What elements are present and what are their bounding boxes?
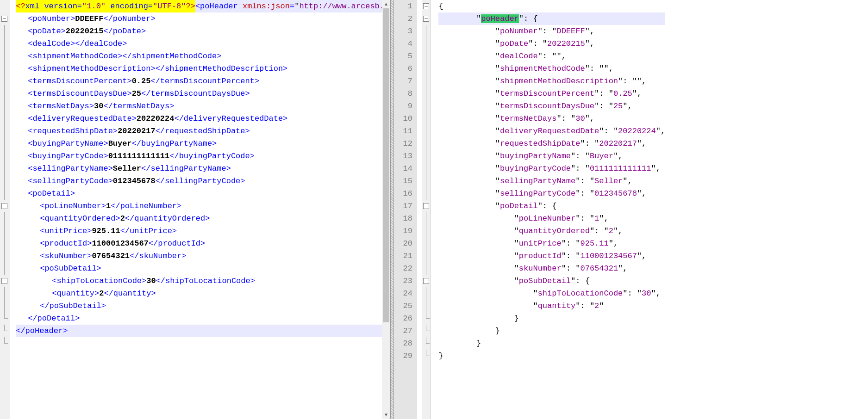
code-line[interactable]: <sellingPartyCode>012345678</sellingPart… <box>16 175 390 187</box>
code-line[interactable]: "termsNetDays": "30", <box>438 112 665 125</box>
line-number: 26 <box>394 312 417 325</box>
code-line[interactable]: <buyingPartyCode>0111111111111</buyingPa… <box>16 150 390 162</box>
code-line[interactable]: <productId>110001234567</productId> <box>16 237 390 250</box>
scroll-down-icon[interactable]: ▼ <box>382 411 390 419</box>
code-line[interactable]: <shipToLocationCode>30</shipToLocationCo… <box>16 275 390 287</box>
line-number: 19 <box>394 225 417 237</box>
code-line[interactable]: "shipmentMethodDescription": "", <box>438 75 665 87</box>
line-number: 23 <box>394 275 417 287</box>
fold-toggle-icon[interactable] <box>1 16 7 22</box>
code-line[interactable]: "requestedShipDate": "20220217", <box>438 137 665 150</box>
line-number: 1 <box>394 0 417 12</box>
code-line[interactable]: <poNumber>DDEEFF</poNumber> <box>16 12 390 25</box>
scroll-up-icon[interactable]: ▲ <box>382 0 390 8</box>
code-line[interactable]: <skuNumber>07654321</skuNumber> <box>16 250 390 262</box>
line-number: 10 <box>394 112 417 125</box>
line-number: 25 <box>394 300 417 312</box>
line-number: 2 <box>394 12 417 25</box>
code-line[interactable]: "quantity": "2" <box>438 300 665 312</box>
code-line[interactable]: <shipmentMethodDescription></shipmentMet… <box>16 62 390 75</box>
scroll-track[interactable] <box>382 8 390 411</box>
code-line[interactable]: "productId": "110001234567", <box>438 250 665 262</box>
right-line-number-gutter: 1234567891011121314151617181920212223242… <box>394 0 417 419</box>
code-line[interactable]: <sellingPartyName>Seller</sellingPartyNa… <box>16 162 390 175</box>
code-line[interactable]: </poSubDetail> <box>16 300 390 312</box>
code-line[interactable]: <poDetail> <box>16 187 390 200</box>
code-line[interactable]: "poNumber": "DDEEFF", <box>438 25 665 37</box>
code-line[interactable]: } <box>438 312 665 325</box>
code-line[interactable]: "poDate": "20220215", <box>438 37 665 50</box>
diff-container: <?xml version="1.0" encoding="UTF-8"?><p… <box>0 0 868 419</box>
code-line[interactable]: <poSubDetail> <box>16 262 390 275</box>
code-line[interactable]: <buyingPartyName>Buyer</buyingPartyName> <box>16 137 390 150</box>
code-line[interactable]: "shipmentMethodCode": "", <box>438 62 665 75</box>
code-line[interactable]: <termsDiscountDaysDue>25</termsDiscountD… <box>16 87 390 100</box>
code-line[interactable]: </poHeader> <box>16 325 387 337</box>
code-line[interactable]: <unitPrice>925.11</unitPrice> <box>16 225 390 237</box>
code-line[interactable]: "sellingPartyCode": "012345678", <box>438 187 665 200</box>
code-line[interactable]: <?xml version="1.0" encoding="UTF-8"?> <box>16 0 195 12</box>
line-number: 29 <box>394 350 417 362</box>
line-number: 11 <box>394 125 417 137</box>
code-line[interactable]: <deliveryRequestedDate>20220224</deliver… <box>16 112 390 125</box>
fold-toggle-icon[interactable] <box>423 3 429 9</box>
code-line[interactable]: "poLineNumber": "1", <box>438 212 665 225</box>
code-line[interactable]: "shipToLocationCode": "30", <box>438 287 665 300</box>
line-number: 21 <box>394 250 417 262</box>
code-line[interactable]: "buyingPartyCode": "0111111111111", <box>438 162 665 175</box>
code-line[interactable]: <poHeader xmlns:json="http://www.arcesb.… <box>195 0 390 12</box>
line-number: 6 <box>394 62 417 75</box>
code-line[interactable]: "termsDiscountDaysDue": "25", <box>438 100 665 112</box>
code-line[interactable]: <poLineNumber>1</poLineNumber> <box>16 200 390 212</box>
code-line[interactable]: } <box>438 350 665 362</box>
fold-toggle-icon[interactable] <box>423 16 429 22</box>
code-line[interactable]: "termsDiscountPercent": "0.25", <box>438 87 665 100</box>
left-scrollbar[interactable]: ▲ ▼ <box>382 0 390 419</box>
code-line[interactable]: <dealCode></dealCode> <box>16 37 390 50</box>
code-line[interactable]: } <box>438 337 665 350</box>
line-number: 27 <box>394 325 417 337</box>
code-line[interactable]: "poHeader": { <box>438 12 665 25</box>
code-line[interactable]: <shipmentMethodCode></shipmentMethodCode… <box>16 50 390 62</box>
code-line[interactable]: "skuNumber": "07654321", <box>438 262 665 275</box>
right-editor-pane: 1234567891011121314151617181920212223242… <box>394 0 868 419</box>
line-number: 4 <box>394 37 417 50</box>
code-line[interactable]: "dealCode": "", <box>438 50 665 62</box>
code-line[interactable]: "sellingPartyName": "Seller", <box>438 175 665 187</box>
code-line[interactable]: <quantity>2</quantity> <box>16 287 390 300</box>
left-code-area[interactable]: <?xml version="1.0" encoding="UTF-8"?><p… <box>15 0 390 419</box>
code-line[interactable]: { <box>438 0 665 12</box>
code-line[interactable]: <poDate>20220215</poDate> <box>16 25 390 37</box>
scroll-thumb[interactable] <box>383 8 389 322</box>
fold-toggle-icon[interactable] <box>423 203 429 209</box>
left-editor-pane: <?xml version="1.0" encoding="UTF-8"?><p… <box>0 0 390 419</box>
code-line[interactable]: "poSubDetail": { <box>438 275 665 287</box>
code-line[interactable]: </poDetail> <box>16 312 390 325</box>
line-number: 16 <box>394 187 417 200</box>
fold-toggle-icon[interactable] <box>423 278 429 284</box>
fold-toggle-icon[interactable] <box>1 278 7 284</box>
code-line[interactable]: "unitPrice": "925.11", <box>438 237 665 250</box>
code-line[interactable]: <quantityOrdered>2</quantityOrdered> <box>16 212 390 225</box>
pane-splitter[interactable] <box>390 0 394 419</box>
code-line[interactable]: <termsDiscountPercent>0.25</termsDiscoun… <box>16 75 390 87</box>
code-line[interactable]: "deliveryRequestedDate": "20220224", <box>438 125 665 137</box>
line-number: 24 <box>394 287 417 300</box>
line-number: 22 <box>394 262 417 275</box>
line-number: 8 <box>394 87 417 100</box>
code-line[interactable]: <requestedShipDate>20220217</requestedSh… <box>16 125 390 137</box>
code-line[interactable]: "poDetail": { <box>438 200 665 212</box>
right-code-area[interactable]: { "poHeader": { "poNumber": "DDEEFF", "p… <box>436 0 665 419</box>
line-number: 28 <box>394 337 417 350</box>
line-number: 20 <box>394 237 417 250</box>
code-line[interactable]: <termsNetDays>30</termsNetDays> <box>16 100 390 112</box>
line-number: 15 <box>394 175 417 187</box>
line-number: 12 <box>394 137 417 150</box>
code-line[interactable]: "quantityOrdered": "2", <box>438 225 665 237</box>
line-number: 3 <box>394 25 417 37</box>
code-line[interactable]: } <box>438 325 665 337</box>
line-number: 14 <box>394 162 417 175</box>
fold-toggle-icon[interactable] <box>1 203 7 209</box>
line-number: 17 <box>394 200 417 212</box>
code-line[interactable]: "buyingPartyName": "Buyer", <box>438 150 665 162</box>
